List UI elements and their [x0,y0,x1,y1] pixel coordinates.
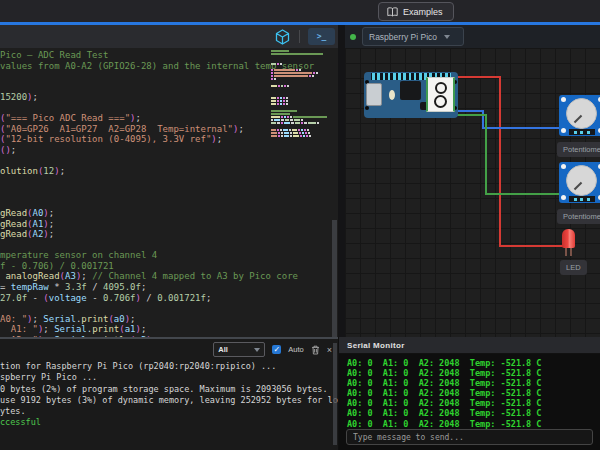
log-filter-select[interactable]: All [213,342,265,357]
rp2040-chip [400,81,421,100]
serial-monitor: Serial Monitor A0: 0 A1: 0 A2: 2048 Temp… [338,337,600,450]
pot-screw [561,195,566,200]
serial-row: A0: 0 A1: 0 A2: 2048 Temp: -521.8 C [347,358,600,368]
led-leg [565,248,567,256]
log-filter-value: All [218,345,228,354]
wire-red-v[interactable] [499,76,501,247]
toolbar-divider [299,30,300,43]
serial-monitor-title: Serial Monitor [347,341,405,350]
potentiometer-2[interactable] [559,162,600,203]
simulation-toolbar: Raspberry Pi Pico [345,25,600,48]
editor-toolbar: >_ [0,25,338,48]
book-icon [387,7,398,17]
pico-hole [365,106,369,110]
auto-scroll-label: Auto [288,345,303,354]
examples-button[interactable]: Examples [378,2,454,21]
potentiometer-1[interactable] [559,95,600,136]
serial-row: A0: 0 A1: 0 A2: 2048 Temp: -521.8 C [347,408,600,418]
serial-row: A0: 0 A1: 0 A2: 2048 Temp: -521.8 C [347,368,600,378]
minimap[interactable] [271,50,331,138]
console-header: All ✓ Auto × [213,342,332,357]
serial-rows: A0: 0 A1: 0 A2: 2048 Temp: -521.8 CA0: 0… [339,354,600,429]
serial-row: A0: 0 A1: 0 A2: 2048 Temp: -521.8 C [347,388,600,398]
pot-pointer [574,182,582,190]
chevron-down-icon [444,35,450,39]
code-lines: Pico — ADC Read Testvalues from A0-A2 (G… [0,50,314,337]
module-circle-top [435,82,447,94]
trash-icon[interactable] [311,345,320,355]
pot-knob[interactable] [566,98,597,129]
console-scrollbar[interactable] [333,343,337,445]
serial-input[interactable] [346,429,593,445]
led-bulb [562,229,575,248]
code-editor[interactable]: Pico — ADC Read Testvalues from A0-A2 (G… [0,48,338,337]
wire-red-h2[interactable] [499,245,568,247]
chevron-down-icon [254,348,260,352]
potentiometer-2-label: Potentiometer [557,209,600,224]
serial-row: A0: 0 A1: 0 A2: 2048 Temp: -521.8 C [347,398,600,408]
pico-module [426,77,455,112]
wire-green-v[interactable] [485,114,487,195]
editor-scrollbar[interactable] [332,220,337,337]
top-bar: Examples [0,0,600,22]
pot-screw [561,97,566,102]
module-circle-bottom [434,95,447,108]
pot-pins [569,196,595,202]
board-select[interactable]: Raspberry Pi Pico [362,27,464,46]
raspberry-pi-pico-board[interactable] [364,72,458,118]
led-label: LED [560,260,587,275]
serial-monitor-header: Serial Monitor [339,337,600,354]
close-icon[interactable]: × [327,345,332,355]
status-green-dot [350,34,356,40]
pot-pins [569,129,595,135]
potentiometer-1-label: Potentiometer [557,142,600,157]
editor-pane: >_ Pico — ADC Read Testvalues from A0-A2… [0,25,338,337]
serial-row: A0: 0 A1: 0 A2: 2048 Temp: -521.8 C [347,378,600,388]
led-component[interactable] [562,229,575,256]
pot-screw [561,128,566,133]
board-select-value: Raspberry Pi Pico [369,32,437,42]
pot-screw [561,164,566,169]
wire-red-h1[interactable] [455,76,501,78]
terminal-icon[interactable]: >_ [308,28,335,45]
pane-divider[interactable] [338,25,345,337]
wire-green-h2[interactable] [485,193,565,195]
app-window: Examples >_ Pico — ADC Read Testvalues f… [0,0,600,450]
pot-knob[interactable] [566,165,597,196]
compiler-console: All ✓ Auto × tion for Raspberry Pi Pico … [0,337,338,450]
circuit-canvas[interactable]: Potentiometer Potentiometer LED [345,48,600,337]
wire-blue-h2[interactable] [482,127,560,129]
pot-pointer [574,115,582,123]
bottom-panels: All ✓ Auto × tion for Raspberry Pi Pico … [0,337,600,450]
auto-scroll-checkbox[interactable]: ✓ [272,345,281,354]
led-leg [570,248,572,256]
simulation-pane: Raspberry Pi Pico [345,25,600,337]
pico-usb-connector [366,83,382,106]
pico-onboard-led [389,90,395,100]
wokwi-cube-icon[interactable] [273,28,291,46]
serial-row: A0: 0 A1: 0 A2: 2048 Temp: -521.8 C [347,419,600,429]
examples-label: Examples [403,7,443,17]
